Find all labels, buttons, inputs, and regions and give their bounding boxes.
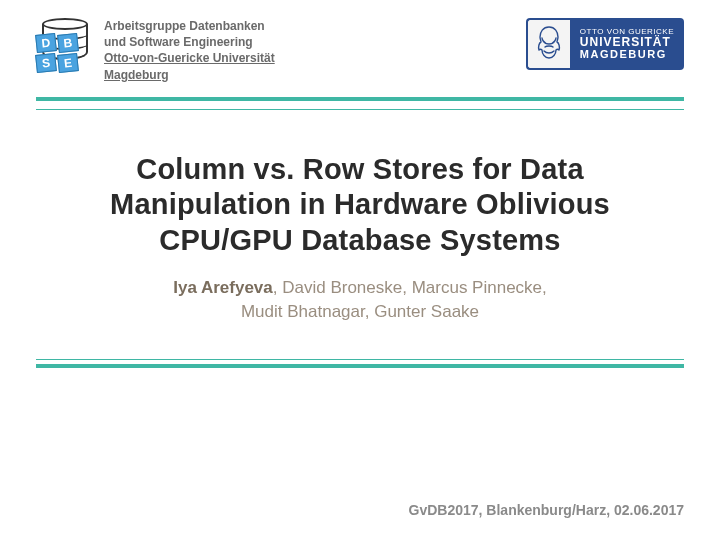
authors-line2: Mudit Bhatnagar, Gunter Saake: [36, 300, 684, 324]
slide-title: Column vs. Row Stores for Data Manipulat…: [36, 152, 684, 258]
header-right: OTTO VON GUERICKE UNIVERSITÄT MAGDEBURG: [526, 18, 684, 70]
title-line3: CPU/GPU Database Systems: [36, 223, 684, 258]
ovgu-logo: OTTO VON GUERICKE UNIVERSITÄT MAGDEBURG: [526, 18, 684, 70]
divider-top-thick: [36, 97, 684, 101]
title-line2: Manipulation in Hardware Oblivious: [36, 187, 684, 222]
ovgu-line2: UNIVERSITÄT: [580, 36, 674, 49]
logo-letter-d: D: [35, 33, 57, 53]
affil-university: Otto-von-Guericke Universität: [104, 50, 275, 66]
authors: Iya Arefyeva, David Broneske, Marcus Pin…: [36, 276, 684, 324]
logo-letter-e: E: [57, 53, 79, 73]
title-block: Column vs. Row Stores for Data Manipulat…: [36, 152, 684, 324]
dbse-logo: D B S E: [36, 18, 94, 70]
header: D B S E Arbeitsgruppe Datenbanken und So…: [36, 18, 684, 83]
ovgu-text: OTTO VON GUERICKE UNIVERSITÄT MAGDEBURG: [570, 18, 684, 70]
logo-letter-s: S: [35, 53, 57, 73]
lead-author: Iya Arefyeva: [173, 278, 273, 297]
slide: D B S E Arbeitsgruppe Datenbanken und So…: [0, 0, 720, 540]
divider-top-thin: [36, 109, 684, 110]
header-left: D B S E Arbeitsgruppe Datenbanken und So…: [36, 18, 275, 83]
authors-line1: Iya Arefyeva, David Broneske, Marcus Pin…: [36, 276, 684, 300]
logo-letter-b: B: [57, 33, 79, 53]
divider-mid: [36, 359, 684, 368]
title-line1: Column vs. Row Stores for Data: [36, 152, 684, 187]
ovgu-line3: MAGDEBURG: [580, 49, 674, 61]
affil-line2: und Software Engineering: [104, 34, 275, 50]
affiliation-text: Arbeitsgruppe Datenbanken und Software E…: [104, 18, 275, 83]
affil-city: Magdeburg: [104, 67, 275, 83]
coauthors-part1: , David Broneske, Marcus Pinnecke,: [273, 278, 547, 297]
footer-venue: GvDB2017, Blankenburg/Harz, 02.06.2017: [409, 502, 684, 518]
guericke-portrait-icon: [526, 18, 570, 70]
affil-line1: Arbeitsgruppe Datenbanken: [104, 18, 275, 34]
